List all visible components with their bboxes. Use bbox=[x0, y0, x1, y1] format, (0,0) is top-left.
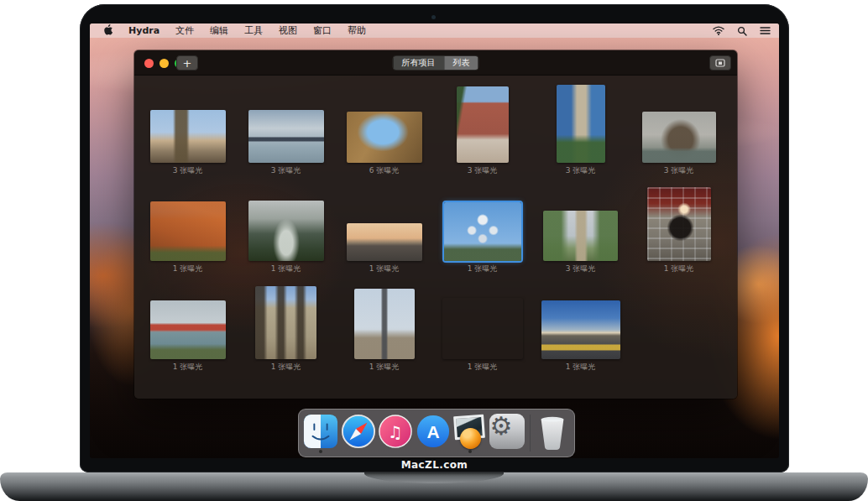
photo-item[interactable]: 6 张曝光 bbox=[335, 76, 433, 175]
thumb-desert-road[interactable] bbox=[541, 300, 620, 359]
thumb-atomium-selected[interactable] bbox=[444, 202, 521, 261]
photo-caption: 1 张曝光 bbox=[139, 261, 237, 273]
safari-icon bbox=[341, 414, 376, 449]
thumb-red-rock-canyon[interactable] bbox=[150, 201, 226, 261]
display-button[interactable] bbox=[709, 55, 731, 70]
photo-item[interactable]: 3 张曝光 bbox=[630, 76, 728, 175]
photo-item[interactable]: 1 张曝光 bbox=[237, 175, 335, 273]
display-icon bbox=[715, 59, 725, 67]
segment-all-items[interactable]: 所有项目 bbox=[394, 56, 444, 70]
grid-row: 3 张曝光 3 张曝光 6 张曝光 3 张曝光 bbox=[139, 76, 737, 175]
grid-row: 1 张曝光 1 张曝光 1 张曝光 1 张曝光 bbox=[139, 175, 737, 273]
menu-item-tools[interactable]: 工具 bbox=[244, 24, 263, 37]
screen: Hydra 文件 编辑 工具 视图 窗口 帮助 bbox=[90, 23, 779, 458]
segment-list[interactable]: 列表 bbox=[444, 56, 478, 70]
dock-item-system-preferences[interactable]: ⚙ bbox=[489, 414, 526, 454]
photo-item[interactable]: 3 张曝光 bbox=[433, 76, 531, 175]
thumb-sunset-road[interactable] bbox=[347, 223, 422, 261]
thumb-eiffel-tower[interactable] bbox=[354, 289, 415, 359]
photo-caption: 1 张曝光 bbox=[237, 359, 335, 371]
photo-item[interactable]: 1 张曝光 bbox=[139, 273, 237, 371]
photo-caption: 1 张曝光 bbox=[433, 359, 531, 371]
menu-app-name[interactable]: Hydra bbox=[128, 25, 159, 36]
photo-caption: 1 张曝光 bbox=[433, 261, 531, 273]
dock-divider bbox=[530, 415, 531, 451]
photo-item[interactable]: 1 张曝光 bbox=[237, 273, 335, 371]
svg-text:A: A bbox=[426, 422, 439, 441]
menu-bar: Hydra 文件 编辑 工具 视图 窗口 帮助 bbox=[90, 23, 779, 38]
photo-caption: 3 张曝光 bbox=[237, 163, 335, 175]
menu-item-window[interactable]: 窗口 bbox=[313, 24, 332, 37]
page: MacZL.com Hydra 文件 编辑 工具 视图 窗口 帮助 bbox=[0, 0, 868, 501]
photo-item[interactable]: 1 张曝光 bbox=[335, 175, 433, 273]
photo-caption: 3 张曝光 bbox=[531, 261, 630, 273]
hydra-window: + 所有项目 列表 3 张曝光 bbox=[134, 50, 737, 399]
photo-item[interactable]: 3 张曝光 bbox=[237, 76, 335, 175]
finder-icon bbox=[303, 414, 338, 449]
trash-icon bbox=[536, 415, 568, 451]
thumb-misty-valley[interactable] bbox=[248, 201, 324, 261]
macbook-base bbox=[0, 472, 868, 501]
running-indicator bbox=[319, 450, 322, 453]
photo-caption: 6 张曝光 bbox=[335, 163, 433, 175]
photo-item[interactable]: 1 张曝光 bbox=[630, 175, 728, 273]
window-titlebar[interactable]: + 所有项目 列表 bbox=[134, 50, 737, 76]
photo-caption: 1 张曝光 bbox=[630, 261, 728, 273]
photo-item[interactable]: 1 张曝光 bbox=[433, 175, 531, 273]
thumb-church-tower[interactable] bbox=[150, 110, 226, 163]
thumb-palace-of-fine-arts[interactable] bbox=[642, 112, 716, 163]
menu-item-edit[interactable]: 编辑 bbox=[210, 24, 228, 37]
photo-caption: 3 张曝光 bbox=[139, 163, 237, 175]
photo-caption: 1 张曝光 bbox=[237, 261, 335, 273]
thumb-stone-bell-tower[interactable] bbox=[557, 85, 605, 163]
svg-text:♫: ♫ bbox=[388, 422, 403, 442]
close-button[interactable] bbox=[144, 59, 154, 68]
photo-item[interactable]: 1 张曝光 bbox=[139, 175, 237, 273]
menu-item-help[interactable]: 帮助 bbox=[348, 24, 366, 37]
photo-caption: 3 张曝光 bbox=[630, 163, 728, 175]
thumb-red-brick-church[interactable] bbox=[457, 86, 509, 163]
photo-caption: 1 张曝光 bbox=[531, 359, 630, 371]
app-store-icon: A bbox=[416, 414, 451, 449]
thumb-wicker-nest[interactable] bbox=[347, 112, 422, 163]
add-button[interactable]: + bbox=[176, 55, 198, 70]
view-segmented-control: 所有项目 列表 bbox=[393, 55, 479, 70]
photo-item[interactable]: 1 张曝光 bbox=[433, 273, 531, 371]
dock-item-app-store[interactable]: A bbox=[414, 414, 451, 454]
thumb-pink-flowers[interactable] bbox=[442, 298, 523, 359]
photo-caption: 3 张曝光 bbox=[531, 163, 630, 175]
hydra-icon bbox=[452, 414, 488, 449]
photo-item[interactable]: 3 张曝光 bbox=[531, 76, 630, 175]
dock-item-itunes[interactable]: ♫ bbox=[377, 414, 414, 454]
running-indicator bbox=[468, 450, 472, 453]
camera-icon bbox=[431, 15, 436, 19]
dock-item-trash[interactable] bbox=[534, 414, 571, 454]
menu-item-file[interactable]: 文件 bbox=[175, 24, 194, 37]
dock-item-hydra[interactable] bbox=[452, 414, 489, 454]
photo-item[interactable]: 3 张曝光 bbox=[139, 76, 237, 175]
menu-item-view[interactable]: 视图 bbox=[279, 24, 297, 37]
photo-item[interactable]: 3 张曝光 bbox=[531, 175, 630, 273]
minimize-button[interactable] bbox=[159, 59, 169, 68]
thumb-golden-gate-bridge[interactable] bbox=[150, 300, 226, 359]
grid-row: 1 张曝光 1 张曝光 1 张曝光 1 张曝光 bbox=[139, 273, 737, 371]
photo-item[interactable]: 1 张曝光 bbox=[335, 273, 433, 371]
search-icon[interactable] bbox=[737, 26, 747, 36]
macbook-lid-notch bbox=[364, 472, 504, 483]
thumb-apple-glass-building[interactable] bbox=[647, 187, 711, 261]
list-icon[interactable] bbox=[760, 26, 771, 35]
dock-item-finder[interactable] bbox=[302, 414, 339, 454]
thumb-green-church-tower[interactable] bbox=[543, 211, 618, 261]
apple-logo-icon[interactable] bbox=[103, 24, 112, 38]
photo-caption: 1 张曝光 bbox=[335, 261, 433, 273]
wifi-icon[interactable] bbox=[713, 26, 724, 35]
thumb-ornate-facade[interactable] bbox=[255, 286, 316, 359]
photo-item[interactable]: 1 张曝光 bbox=[531, 273, 630, 371]
photo-grid: 3 张曝光 3 张曝光 6 张曝光 3 张曝光 bbox=[134, 76, 737, 371]
dock: ♫ A ⚙ bbox=[298, 409, 575, 457]
photo-caption: 1 张曝光 bbox=[335, 359, 433, 371]
itunes-icon: ♫ bbox=[378, 414, 413, 449]
watermark: MacZL.com bbox=[80, 458, 789, 472]
dock-item-safari[interactable] bbox=[339, 414, 376, 454]
thumb-bay-bridge[interactable] bbox=[248, 110, 324, 163]
